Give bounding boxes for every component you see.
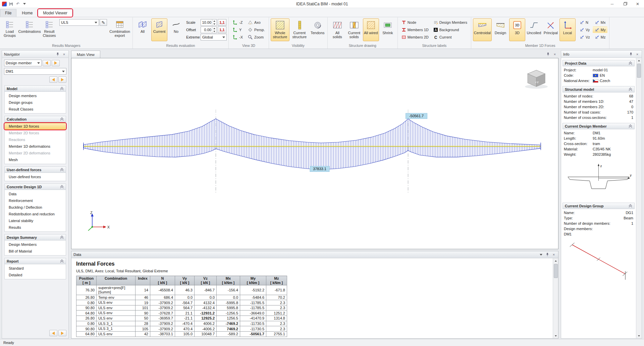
nav-section-header[interactable]: Concrete Design 1D [4,184,66,190]
force-mx-toggle[interactable]: Mx [593,19,608,26]
quick-access-caret-icon[interactable] [22,2,27,6]
nav-item-design-members[interactable]: Design Members [5,241,66,248]
value-label-max-positive[interactable]: 37833.1 [310,166,329,171]
label-node-button[interactable]: Node [399,19,431,26]
pin-icon[interactable] [546,52,550,57]
scroll-thumb[interactable] [637,64,641,78]
centroidal-button[interactable]: Centroidal [473,18,492,41]
table-row[interactable]: 0.80ULS 3_128-37909.2-470.44006.2-7469.2… [76,321,287,326]
current-solids-button[interactable]: Current solids [346,18,362,41]
scale-spinner[interactable]: 10.00 [201,19,217,26]
close-icon[interactable]: × [635,52,640,57]
label-design-members-button[interactable]: Design Members [431,19,469,26]
results-all-button[interactable]: All [135,18,151,41]
axonometry-button[interactable]: Axo [246,19,267,26]
results-no-button[interactable]: No [168,18,184,41]
tab-main-view[interactable]: Main View [71,51,100,58]
main-view-canvas[interactable]: +Y -50561.7 37833.1 [71,58,558,249]
tab-file[interactable]: File [0,9,16,17]
pin-icon[interactable] [629,52,633,57]
view-minus-z-button[interactable]: -Z [230,19,245,26]
nav-item-design-members[interactable]: Design members [5,92,66,99]
scroll-up-button[interactable] [636,58,642,63]
label-current-button[interactable]: C Current [431,34,469,41]
orientation-cube[interactable]: +Y [525,70,548,88]
nav-item-data[interactable]: Data [5,191,66,197]
all-solids-button[interactable]: All solids [329,18,345,41]
table-row[interactable]: 64.80ULS env90-37628.721.1-12931.2-1256.… [76,310,287,316]
nav-prev-button[interactable] [49,330,57,336]
combination-export-button[interactable]: Combination export [109,18,131,41]
nav-section-header[interactable]: Report [4,258,66,264]
nav-item-buckling-deflection[interactable]: Buckling / Deflection [5,204,66,211]
nav-item-member-1d-deformations[interactable]: Member 1D deformations [5,143,66,150]
column-header[interactable]: Mx[ kNm ] [217,276,240,285]
close-icon[interactable]: × [62,52,66,57]
current-structure-button[interactable]: Current structure [290,18,309,41]
force-n-toggle[interactable]: N [578,19,592,26]
minimize-button[interactable]: ─ [606,0,619,8]
undo-icon[interactable]: ↶ [15,2,20,6]
restore-button[interactable] [619,0,631,8]
nav-item-member-1d-forces[interactable]: Member 1D forces [5,123,66,130]
close-icon[interactable]: × [552,52,557,57]
zoom-button[interactable]: Zoom [246,34,267,41]
principal-button[interactable]: Principal [543,18,559,41]
design-button[interactable]: Design [492,18,508,41]
collapse-chevron-icon[interactable] [629,88,632,91]
info-scrollbar[interactable] [636,58,642,338]
scale-setting-button[interactable]: 1,1 [218,19,226,26]
collapse-chevron-icon[interactable] [60,118,64,121]
result-classes-button[interactable]: Result Classes [41,18,57,41]
scroll-down-button[interactable] [636,333,642,338]
collapse-chevron-icon[interactable] [60,185,64,189]
result-class-combo[interactable]: ULS [59,19,99,26]
close-button[interactable]: ✕ [631,0,644,8]
value-label-max-negative[interactable]: -50561.7 [406,113,427,119]
table-row[interactable]: 26.80Temp env46686.40.00.00.0-5484.670.2 [76,295,287,300]
nav-item-result-classes[interactable]: Result Classes [5,106,66,113]
spinner-arrows[interactable] [212,27,216,33]
nav-item-redistribution-and-reduction[interactable]: Redistribution and reduction [5,211,66,217]
section-structural-model[interactable]: Structural model [562,86,635,92]
table-row[interactable]: 0.80ULS env19-37909.2-564.74132.4-5995.8… [76,300,287,305]
close-icon[interactable]: × [551,252,556,257]
table-row[interactable]: 90.80ULS 3_1105-37909.2470.4-4006.27469.… [76,326,287,332]
results-current-button[interactable]: Current [151,18,167,41]
pin-icon[interactable] [545,252,550,257]
section-project-data[interactable]: Project Data [562,60,635,66]
force-vz-toggle[interactable]: Vz [578,34,592,41]
column-header[interactable]: Index [136,276,150,285]
chevron-down-icon[interactable] [539,252,543,257]
column-header[interactable]: Combination [97,276,136,285]
nav-item-design-groups[interactable]: Design groups [5,99,66,106]
tab-home[interactable]: Home [17,9,37,17]
table-row[interactable]: 76.30superstr+pres[F] [Summ]14-45508.446… [76,285,287,295]
column-header[interactable]: Vz[ kN ] [195,276,217,285]
load-groups-button[interactable]: Load Groups [2,18,18,41]
label-members-1d-button[interactable]: Members 1D [399,26,431,33]
view-y-button[interactable]: Y [230,26,245,33]
combinations-button[interactable]: Combinations [18,18,41,41]
collapse-chevron-icon[interactable] [60,168,64,171]
all-wired-button[interactable]: All wired [363,18,379,41]
force-vy-toggle[interactable]: Vy [578,26,592,33]
section-current-design-group[interactable]: Current Design Group [562,203,635,209]
table-row[interactable]: 90.80ULS env101-37909.2564.7-4132.45995.… [76,305,287,310]
nav-item-mesh[interactable]: Mesh [5,156,66,163]
offset-spinner[interactable]: 0.00 [201,26,217,33]
nav-item-standard[interactable]: Standard [5,265,66,272]
collapse-chevron-icon[interactable] [60,260,64,263]
extreme-combo[interactable]: Global [201,34,227,41]
nav-item-bill-of-material[interactable]: Bill of Material [5,248,66,255]
nav-section-header[interactable]: Design Summary [4,234,66,240]
next-item-button[interactable] [58,76,66,83]
save-icon[interactable] [9,2,13,6]
collapse-chevron-icon[interactable] [60,236,64,239]
force-my-toggle[interactable]: My [593,26,608,33]
view-minus-x-button[interactable]: -X [230,34,245,41]
collapse-chevron-icon[interactable] [629,204,632,208]
pin-icon[interactable] [55,52,60,57]
nav-section-header[interactable]: Calculation [4,116,66,122]
table-row[interactable]: 64.80ULS env42-38703.1105.010048.7-589.2… [76,332,287,337]
